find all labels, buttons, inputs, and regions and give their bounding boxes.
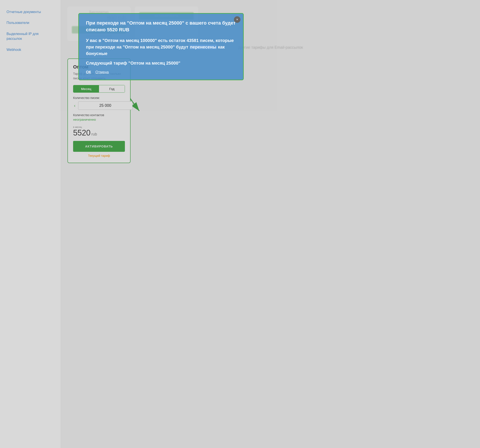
modal-cancel-button[interactable]: Отмена	[96, 70, 109, 74]
confirmation-modal: × При переходе на "Оптом на месяц 25000"…	[78, 13, 244, 80]
modal-title: При переходе на "Оптом на месяц 25000" с…	[86, 20, 236, 33]
modal-footer-text: Следующий тариф "Оптом на месяц 25000"	[86, 61, 236, 66]
modal-actions: ОК Отмена	[86, 70, 236, 74]
modal-close-button[interactable]: ×	[234, 16, 240, 23]
modal-body: У вас в "Оптом на месяц 100000" есть ост…	[86, 37, 236, 57]
modal-ok-button[interactable]: ОК	[86, 70, 91, 74]
